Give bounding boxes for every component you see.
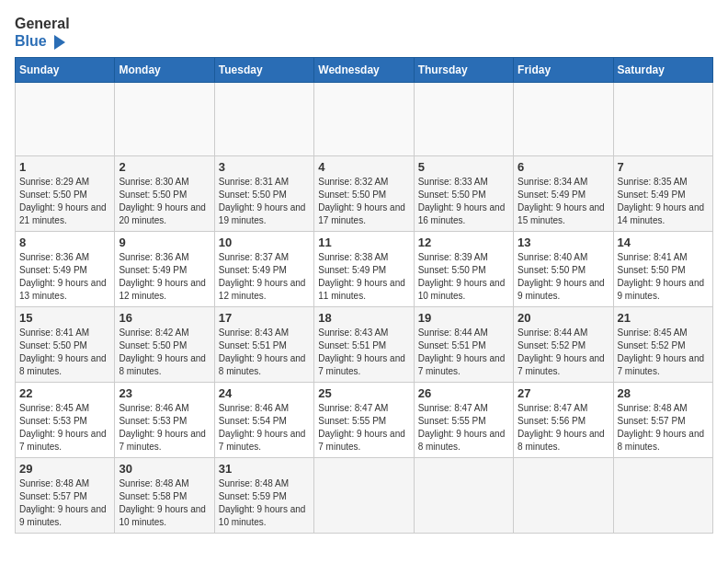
day-number: 13 — [518, 236, 609, 249]
day-number: 8 — [19, 236, 110, 249]
calendar-cell: 31Sunrise: 8:48 AMSunset: 5:59 PMDayligh… — [214, 458, 313, 534]
calendar-cell — [314, 458, 414, 534]
logo-general: General — [15, 15, 70, 32]
day-number: 25 — [318, 386, 409, 400]
calendar-cell: 14Sunrise: 8:41 AMSunset: 5:50 PMDayligh… — [613, 232, 712, 307]
logo-chevron — [54, 35, 65, 50]
calendar-cell: 23Sunrise: 8:46 AMSunset: 5:53 PMDayligh… — [115, 383, 214, 458]
header: General Blue — [15, 15, 713, 50]
calendar-cell: 18Sunrise: 8:43 AMSunset: 5:51 PMDayligh… — [314, 307, 414, 383]
calendar-cell: 21Sunrise: 8:45 AMSunset: 5:52 PMDayligh… — [613, 307, 712, 383]
day-number: 21 — [618, 311, 709, 325]
cell-text: Sunrise: 8:36 AMSunset: 5:49 PMDaylight:… — [119, 251, 210, 303]
cell-text: Sunrise: 8:39 AMSunset: 5:50 PMDaylight:… — [418, 251, 509, 303]
calendar-cell: 24Sunrise: 8:46 AMSunset: 5:54 PMDayligh… — [214, 383, 313, 458]
cell-text: Sunrise: 8:48 AMSunset: 5:58 PMDaylight:… — [119, 477, 210, 529]
cell-text: Sunrise: 8:40 AMSunset: 5:50 PMDaylight:… — [518, 251, 609, 303]
day-number: 3 — [219, 160, 310, 174]
calendar-cell: 7Sunrise: 8:35 AMSunset: 5:49 PMDaylight… — [613, 156, 712, 232]
day-number: 15 — [19, 311, 110, 325]
calendar-cell: 3Sunrise: 8:31 AMSunset: 5:50 PMDaylight… — [214, 156, 313, 232]
calendar-cell: 27Sunrise: 8:47 AMSunset: 5:56 PMDayligh… — [514, 383, 613, 458]
cell-text: Sunrise: 8:41 AMSunset: 5:50 PMDaylight:… — [618, 251, 709, 303]
calendar-cell: 28Sunrise: 8:48 AMSunset: 5:57 PMDayligh… — [613, 383, 712, 458]
cell-text: Sunrise: 8:32 AMSunset: 5:50 PMDaylight:… — [318, 176, 409, 227]
calendar-cell — [115, 83, 214, 156]
cell-text: Sunrise: 8:33 AMSunset: 5:50 PMDaylight:… — [418, 176, 509, 227]
calendar-cell: 1Sunrise: 8:29 AMSunset: 5:50 PMDaylight… — [16, 156, 115, 232]
cell-text: Sunrise: 8:43 AMSunset: 5:51 PMDaylight:… — [318, 327, 409, 378]
calendar-cell: 2Sunrise: 8:30 AMSunset: 5:50 PMDaylight… — [115, 156, 214, 232]
cell-text: Sunrise: 8:48 AMSunset: 5:57 PMDaylight:… — [19, 477, 110, 529]
cell-text: Sunrise: 8:47 AMSunset: 5:55 PMDaylight:… — [418, 402, 509, 454]
calendar-cell — [514, 83, 613, 156]
calendar-cell: 25Sunrise: 8:47 AMSunset: 5:55 PMDayligh… — [314, 383, 414, 458]
calendar-cell: 26Sunrise: 8:47 AMSunset: 5:55 PMDayligh… — [414, 383, 513, 458]
day-number: 30 — [119, 462, 210, 476]
cell-text: Sunrise: 8:44 AMSunset: 5:52 PMDaylight:… — [518, 327, 609, 378]
cell-text: Sunrise: 8:37 AMSunset: 5:49 PMDaylight:… — [219, 251, 310, 303]
calendar-cell: 13Sunrise: 8:40 AMSunset: 5:50 PMDayligh… — [514, 232, 613, 307]
calendar-cell: 6Sunrise: 8:34 AMSunset: 5:49 PMDaylight… — [514, 156, 613, 232]
day-number: 19 — [418, 311, 509, 325]
calendar-cell: 12Sunrise: 8:39 AMSunset: 5:50 PMDayligh… — [414, 232, 513, 307]
cell-text: Sunrise: 8:47 AMSunset: 5:55 PMDaylight:… — [318, 402, 409, 454]
day-number: 29 — [19, 462, 110, 476]
day-number: 16 — [119, 311, 210, 325]
day-number: 14 — [618, 236, 709, 249]
cell-text: Sunrise: 8:44 AMSunset: 5:51 PMDaylight:… — [418, 327, 509, 378]
day-number: 9 — [119, 236, 210, 249]
calendar-cell: 5Sunrise: 8:33 AMSunset: 5:50 PMDaylight… — [414, 156, 513, 232]
cell-text: Sunrise: 8:46 AMSunset: 5:54 PMDaylight:… — [219, 402, 310, 454]
day-number: 28 — [618, 386, 709, 400]
day-header-friday: Friday — [514, 58, 613, 83]
day-header-monday: Monday — [115, 58, 214, 83]
day-number: 26 — [418, 386, 509, 400]
day-number: 31 — [219, 462, 310, 476]
logo-text: General Blue — [15, 15, 70, 50]
calendar-cell: 4Sunrise: 8:32 AMSunset: 5:50 PMDaylight… — [314, 156, 414, 232]
calendar-cell — [514, 458, 613, 534]
cell-text: Sunrise: 8:31 AMSunset: 5:50 PMDaylight:… — [219, 176, 310, 227]
day-number: 27 — [518, 386, 609, 400]
cell-text: Sunrise: 8:30 AMSunset: 5:50 PMDaylight:… — [119, 176, 210, 227]
day-number: 12 — [418, 236, 509, 249]
calendar-cell — [613, 83, 712, 156]
logo: General Blue — [15, 15, 70, 50]
calendar-cell: 8Sunrise: 8:36 AMSunset: 5:49 PMDaylight… — [16, 232, 115, 307]
day-number: 23 — [119, 386, 210, 400]
calendar-cell: 30Sunrise: 8:48 AMSunset: 5:58 PMDayligh… — [115, 458, 214, 534]
calendar-cell: 20Sunrise: 8:44 AMSunset: 5:52 PMDayligh… — [514, 307, 613, 383]
logo-blue: Blue — [15, 32, 70, 50]
cell-text: Sunrise: 8:45 AMSunset: 5:53 PMDaylight:… — [19, 402, 110, 454]
calendar-cell — [414, 458, 513, 534]
day-header-thursday: Thursday — [414, 58, 513, 83]
calendar-cell — [414, 83, 513, 156]
cell-text: Sunrise: 8:34 AMSunset: 5:49 PMDaylight:… — [518, 176, 609, 227]
day-number: 6 — [518, 160, 609, 174]
calendar-cell: 16Sunrise: 8:42 AMSunset: 5:50 PMDayligh… — [115, 307, 214, 383]
calendar-cell: 9Sunrise: 8:36 AMSunset: 5:49 PMDaylight… — [115, 232, 214, 307]
day-number: 10 — [219, 236, 310, 249]
cell-text: Sunrise: 8:45 AMSunset: 5:52 PMDaylight:… — [618, 327, 709, 378]
day-number: 22 — [19, 386, 110, 400]
day-header-saturday: Saturday — [613, 58, 712, 83]
day-number: 18 — [318, 311, 409, 325]
cell-text: Sunrise: 8:42 AMSunset: 5:50 PMDaylight:… — [119, 327, 210, 378]
calendar-cell: 11Sunrise: 8:38 AMSunset: 5:49 PMDayligh… — [314, 232, 414, 307]
day-number: 7 — [618, 160, 709, 174]
day-header-sunday: Sunday — [16, 58, 115, 83]
day-number: 24 — [219, 386, 310, 400]
day-header-tuesday: Tuesday — [214, 58, 313, 83]
day-number: 1 — [19, 160, 110, 174]
day-number: 20 — [518, 311, 609, 325]
calendar-table: SundayMondayTuesdayWednesdayThursdayFrid… — [15, 57, 713, 534]
calendar-cell: 15Sunrise: 8:41 AMSunset: 5:50 PMDayligh… — [16, 307, 115, 383]
day-header-wednesday: Wednesday — [314, 58, 414, 83]
cell-text: Sunrise: 8:35 AMSunset: 5:49 PMDaylight:… — [618, 176, 709, 227]
day-number: 17 — [219, 311, 310, 325]
calendar-cell: 17Sunrise: 8:43 AMSunset: 5:51 PMDayligh… — [214, 307, 313, 383]
calendar-cell — [314, 83, 414, 156]
day-number: 5 — [418, 160, 509, 174]
cell-text: Sunrise: 8:48 AMSunset: 5:59 PMDaylight:… — [219, 477, 310, 529]
